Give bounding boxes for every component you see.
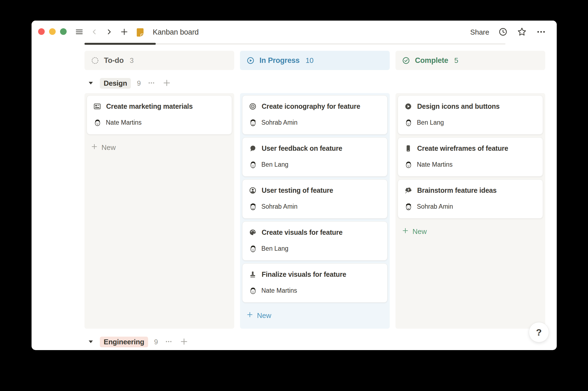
- card[interactable]: Create iconography for feature Sohrab Am…: [242, 95, 388, 135]
- column-label: In Progress: [259, 56, 299, 65]
- group-count: 9: [137, 79, 141, 87]
- assignee-name: Sohrab Amin: [417, 202, 453, 211]
- complete-check-circle-icon: [402, 56, 411, 65]
- new-card-label: New: [257, 311, 271, 320]
- new-card-button[interactable]: New: [242, 309, 388, 322]
- assignee: Sohrab Amin: [248, 202, 381, 211]
- stamp-icon: [248, 270, 257, 279]
- card[interactable]: ? Brainstorm feature ideas Sohrab Amin: [398, 179, 543, 219]
- board-scroll-indicator[interactable]: [84, 43, 156, 45]
- column-count: 3: [130, 56, 134, 65]
- ellipsis-icon: [147, 78, 156, 88]
- column-in-progress: Create iconography for feature Sohrab Am…: [240, 93, 390, 329]
- group-pill-engineering[interactable]: Engineering: [100, 337, 148, 347]
- plus-icon: [91, 143, 98, 152]
- group-add-button[interactable]: [179, 337, 189, 347]
- help-button[interactable]: ?: [529, 322, 549, 342]
- mobile-phone-icon: [404, 144, 412, 153]
- user-circle-icon: [248, 186, 257, 195]
- assignee: Nate Martins: [404, 160, 537, 169]
- avatar-ben-lang: [404, 118, 413, 127]
- column-label: To-do: [104, 56, 124, 65]
- collapse-group-button[interactable]: [88, 80, 94, 87]
- column-todo: Create marketing materials Nate Martins …: [84, 93, 234, 329]
- card[interactable]: User feedback on feature Ben Lang: [242, 137, 388, 177]
- assignee: Nate Martins: [248, 286, 381, 295]
- avatar-ben-lang: [248, 160, 258, 169]
- column-bodies-row: Create marketing materials Nate Martins …: [84, 93, 545, 329]
- card-title: User testing of feature: [262, 186, 333, 195]
- column-header-complete[interactable]: Complete 5: [395, 51, 545, 70]
- group-count: 9: [154, 338, 158, 346]
- assignee-name: Nate Martins: [261, 286, 297, 295]
- menu-icon: [75, 27, 84, 37]
- app-window: Kanban board Share: [32, 21, 557, 350]
- card-title: Create wireframes of feature: [417, 144, 508, 153]
- column-label: Complete: [415, 56, 448, 65]
- card-title: Design icons and buttons: [417, 102, 500, 111]
- triangle-down-icon: [88, 80, 94, 87]
- assignee-name: Ben Lang: [261, 160, 288, 169]
- assignee-name: Sohrab Amin: [261, 118, 298, 127]
- new-card-button[interactable]: New: [87, 141, 232, 154]
- palette-icon: [248, 228, 257, 237]
- new-card-label: New: [101, 143, 116, 152]
- share-button[interactable]: Share: [470, 28, 489, 37]
- group-row-design: Design 9: [84, 76, 545, 90]
- history-clock-icon: [498, 27, 508, 38]
- thought-question-icon: ?: [404, 186, 412, 195]
- menu-button[interactable]: [75, 27, 84, 37]
- avatar-sohrab-amin: [404, 202, 413, 211]
- more-options-button[interactable]: [536, 27, 546, 38]
- page-icon: [135, 27, 145, 37]
- collapse-group-button[interactable]: [88, 339, 94, 345]
- assignee: Nate Martins: [93, 118, 226, 127]
- card-title: Create visuals for feature: [262, 228, 343, 237]
- favorite-button[interactable]: [517, 27, 527, 38]
- plus-icon: [402, 227, 409, 236]
- assignee-name: Ben Lang: [417, 118, 444, 127]
- card[interactable]: Create wireframes of feature Nate Martin…: [398, 137, 543, 177]
- close-window-button[interactable]: [38, 28, 45, 35]
- card[interactable]: User testing of feature Sohrab Amin: [242, 179, 388, 219]
- assignee: Ben Lang: [248, 160, 381, 169]
- assignee-name: Ben Lang: [261, 244, 288, 253]
- assignee-name: Nate Martins: [417, 160, 453, 169]
- speech-bubble-icon: [248, 144, 257, 153]
- minimize-window-button[interactable]: [49, 28, 56, 35]
- card-title: Create iconography for feature: [262, 102, 360, 111]
- new-card-button[interactable]: New: [398, 225, 543, 238]
- card[interactable]: Create marketing materials Nate Martins: [87, 95, 232, 135]
- assignee-name: Sohrab Amin: [261, 202, 298, 211]
- in-progress-play-circle-icon: [246, 56, 255, 65]
- column-count: 10: [306, 56, 313, 65]
- more-options-icon: [536, 27, 546, 38]
- newspaper-icon: [93, 102, 101, 111]
- zoom-window-button[interactable]: [60, 28, 67, 35]
- new-page-button[interactable]: [120, 27, 129, 37]
- history-button[interactable]: [498, 27, 508, 38]
- column-headers-row: To-do 3 In Progress 10 Complete 5: [84, 51, 545, 70]
- title-bar: Kanban board Share: [32, 21, 557, 44]
- forward-button[interactable]: [105, 27, 113, 37]
- plus-icon: [162, 78, 171, 88]
- group-row-engineering: Engineering 9: [84, 335, 545, 349]
- card[interactable]: Create visuals for feature Ben Lang: [242, 221, 388, 261]
- column-header-todo[interactable]: To-do 3: [84, 51, 234, 70]
- ellipsis-icon: [164, 337, 173, 347]
- page-title: Kanban board: [153, 28, 199, 37]
- group-pill-design[interactable]: Design: [100, 78, 131, 89]
- card-title: Brainstorm feature ideas: [417, 186, 497, 195]
- triangle-down-icon: [88, 339, 94, 345]
- group-more-button[interactable]: [147, 78, 156, 88]
- group-add-button[interactable]: [162, 78, 171, 88]
- new-card-label: New: [412, 227, 427, 236]
- column-header-in-progress[interactable]: In Progress 10: [240, 51, 390, 70]
- card-title: User feedback on feature: [262, 144, 342, 153]
- group-more-button[interactable]: [164, 337, 173, 347]
- back-button[interactable]: [90, 27, 98, 37]
- card[interactable]: Finalize visuals for feature Nate Martin…: [242, 263, 388, 303]
- avatar-nate-martins: [248, 286, 258, 295]
- card[interactable]: Design icons and buttons Ben Lang: [398, 95, 543, 135]
- plus-icon: [246, 311, 254, 320]
